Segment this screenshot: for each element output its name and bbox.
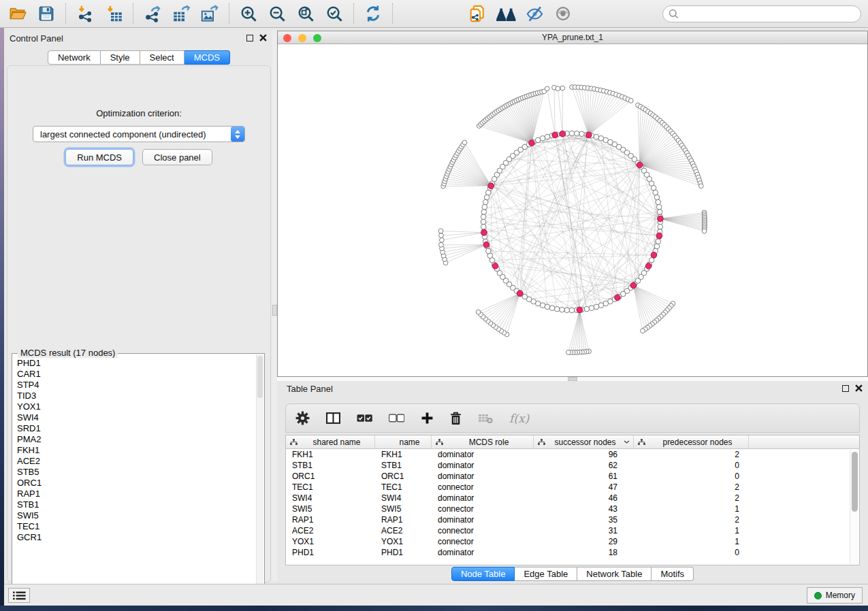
mcds-result-item[interactable]: SWI5 — [14, 510, 255, 521]
control-panel-tabs: NetworkStyleSelectMCDS — [5, 50, 272, 65]
search-network-button[interactable] — [495, 3, 517, 24]
mcds-result-list[interactable]: PHD1CAR1STP4TID3YOX1SWI4SRD1PMA2FKH1ACE2… — [14, 358, 255, 604]
mcds-result-item[interactable]: YOX1 — [14, 401, 255, 412]
export-network-button[interactable] — [142, 3, 163, 24]
table-row[interactable]: PHD1PHD1dominator180 — [286, 547, 859, 558]
zoom-out-button[interactable] — [266, 3, 288, 24]
mcds-result-item[interactable]: STB1 — [14, 499, 255, 510]
cell-successor-nodes: 29 — [534, 536, 634, 547]
column-header-mcds-role[interactable]: MCDS role — [432, 435, 534, 448]
column-header-predecessor-nodes[interactable]: predecessor nodes — [634, 435, 749, 448]
mcds-result-item[interactable]: STP4 — [14, 380, 255, 391]
close-panel-icon[interactable] — [259, 34, 267, 42]
cell-name: STB1 — [375, 460, 432, 471]
tab-select[interactable]: Select — [140, 50, 184, 65]
mcds-result-item[interactable]: SRD1 — [14, 423, 255, 434]
close-panel-icon[interactable] — [855, 384, 863, 392]
table-row[interactable]: STB1STB1dominator620 — [286, 460, 859, 471]
mcds-result-item[interactable]: PMA2 — [14, 434, 255, 445]
zoom-in-icon — [240, 5, 258, 23]
export-image-button[interactable] — [199, 3, 221, 24]
table-row[interactable]: TEC1TEC1connector472 — [286, 482, 859, 493]
export-table-button[interactable] — [170, 3, 192, 24]
table-row[interactable]: RAP1RAP1dominator352 — [286, 514, 859, 525]
mcds-list-scrollbar[interactable] — [256, 354, 263, 605]
zoom-out-icon — [268, 5, 287, 23]
mcds-result-item[interactable]: CAR1 — [14, 369, 255, 380]
import-table-button[interactable] — [103, 3, 125, 24]
zoom-fit-icon — [297, 5, 315, 23]
mcds-result-item[interactable]: TID3 — [14, 391, 255, 401]
table-row[interactable]: SWI4SWI4dominator462 — [286, 493, 859, 503]
splitter-grip[interactable] — [272, 305, 277, 316]
column-header-successor-nodes[interactable]: successor nodes — [534, 435, 634, 448]
zoom-fit-button[interactable] — [295, 3, 317, 24]
column-header-name[interactable]: name — [375, 435, 432, 448]
tab-network-table[interactable]: Network Table — [577, 567, 652, 581]
tab-edge-table[interactable]: Edge Table — [515, 567, 577, 581]
deselect-all-button[interactable] — [389, 414, 404, 423]
mcds-result-item[interactable]: FKH1 — [14, 445, 255, 456]
search-input[interactable] — [682, 9, 855, 19]
copy-network-button[interactable] — [466, 3, 488, 24]
zoom-selected-icon — [325, 5, 344, 23]
select-all-button[interactable] — [357, 414, 372, 423]
cell-successor-nodes: 43 — [534, 503, 634, 514]
close-panel-button[interactable]: Close panel — [142, 149, 212, 165]
tab-mcds[interactable]: MCDS — [184, 50, 230, 65]
zoom-selected-button[interactable] — [323, 3, 345, 24]
mcds-result-item[interactable]: GCR1 — [14, 532, 255, 543]
memory-button[interactable]: Memory — [807, 587, 863, 604]
mcds-result-item[interactable]: TEC1 — [14, 521, 255, 532]
network-search-field[interactable] — [662, 5, 861, 22]
tab-style[interactable]: Style — [101, 50, 140, 65]
import-network-button[interactable] — [74, 3, 96, 24]
tab-node-table[interactable]: Node Table — [451, 567, 515, 581]
mcds-result-item[interactable]: ACE2 — [14, 456, 255, 467]
dropdown-stepper-icon[interactable] — [231, 127, 244, 142]
cell-predecessor-nodes: 0 — [634, 547, 749, 558]
mcds-result-item[interactable]: RAP1 — [14, 489, 255, 499]
mcds-result-item[interactable]: SWI4 — [14, 412, 255, 423]
show-all-button[interactable] — [552, 3, 574, 24]
vertical-splitter[interactable] — [272, 31, 277, 581]
column-header-shared-name[interactable]: shared name — [286, 435, 375, 448]
unchecked-boxes-icon — [389, 414, 404, 423]
mcds-result-item[interactable]: ORC1 — [14, 478, 255, 489]
cell-shared-name: YOX1 — [286, 536, 375, 547]
cell-name: TEC1 — [375, 482, 432, 493]
show-panels-button[interactable] — [8, 588, 30, 603]
table-scrollbar[interactable] — [850, 450, 858, 564]
cell-predecessor-nodes: 2 — [634, 449, 749, 460]
float-panel-icon[interactable] — [246, 35, 253, 42]
desktop-wallpaper-edge — [0, 28, 4, 606]
cell-name: SWI4 — [375, 493, 432, 503]
scrollbar-thumb[interactable] — [852, 452, 858, 512]
table-row[interactable]: ORC1ORC1dominator610 — [286, 471, 859, 482]
table-row[interactable]: SWI5SWI5connector431 — [286, 503, 859, 514]
run-mcds-button[interactable]: Run MCDS — [65, 149, 133, 165]
mcds-result-item[interactable]: STB5 — [14, 467, 255, 478]
table-settings-button[interactable] — [295, 411, 310, 425]
import-table-icon — [105, 5, 123, 23]
create-column-button[interactable] — [421, 412, 434, 425]
table-row[interactable]: YOX1YOX1connector291 — [286, 536, 859, 547]
network-graph[interactable] — [278, 44, 867, 376]
zoom-in-button[interactable] — [238, 3, 259, 24]
toggle-column-view-button[interactable] — [326, 412, 340, 425]
float-panel-icon[interactable] — [842, 385, 849, 392]
mcds-result-item[interactable]: PHD1 — [14, 358, 255, 369]
tab-network[interactable]: Network — [48, 50, 101, 65]
table-panel-title: Table Panel — [287, 384, 333, 394]
refresh-layout-button[interactable] — [362, 3, 384, 24]
tab-motifs[interactable]: Motifs — [652, 567, 694, 581]
hide-selected-button[interactable] — [524, 3, 545, 24]
network-canvas[interactable] — [278, 44, 867, 376]
optimization-criterion-dropdown[interactable]: largest connected component (undirected) — [33, 126, 245, 142]
table-row[interactable]: ACE2ACE2connector311 — [286, 525, 859, 536]
table-row[interactable]: FKH1FKH1dominator962 — [286, 449, 859, 460]
save-session-button[interactable] — [35, 3, 57, 24]
network-window-titlebar[interactable]: YPA_prune.txt_1 — [278, 31, 867, 44]
delete-column-button[interactable] — [450, 412, 462, 425]
open-session-button[interactable] — [7, 3, 29, 24]
